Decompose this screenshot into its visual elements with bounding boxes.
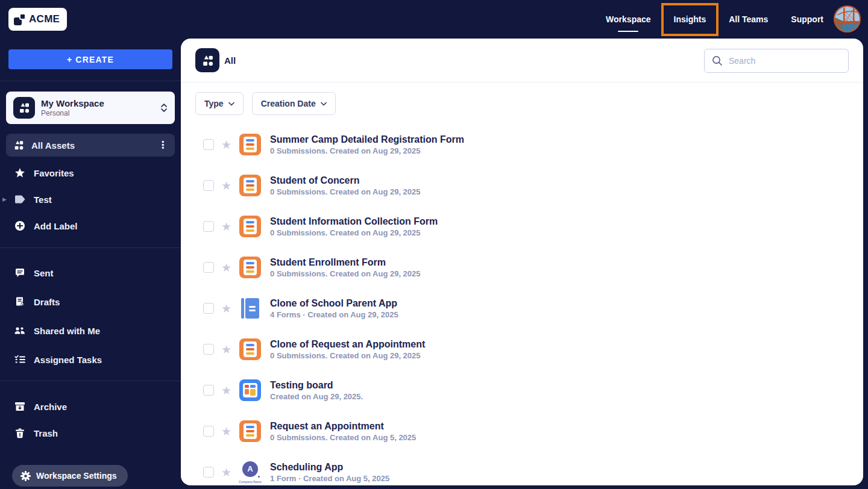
app-icon [239,296,261,320]
nav-insights[interactable]: Insights [674,14,706,24]
acme-logo-icon [14,13,26,25]
asset-title[interactable]: Scheduling App [270,461,389,473]
plus-circle-icon [13,220,27,231]
tasks-checklist-icon [13,355,27,364]
table-row[interactable]: ★ Request an Appointment 0 Submissions. … [181,411,863,452]
form-icon [239,173,261,198]
favorite-star-icon[interactable]: ★ [221,221,231,232]
favorite-star-icon[interactable]: ★ [221,344,231,355]
sidebar-item-trash[interactable]: Trash [6,422,175,444]
table-row[interactable]: ★ Student Information Collection Form 0 … [181,206,863,247]
chevron-down-icon [228,102,234,106]
all-assets-header-icon [195,48,219,72]
label-tag-icon [13,195,27,204]
chevron-updown-icon[interactable] [160,103,168,113]
sidebar-item-assigned-tasks[interactable]: Assigned Tasks [6,348,175,371]
nav-workspace[interactable]: Workspace [606,14,650,24]
asset-subtitle: 4 Forms · Created on Aug 29, 2025 [270,310,398,320]
asset-title[interactable]: Request an Appointment [270,420,416,432]
asset-title[interactable]: Student of Concern [270,174,421,187]
form-icon [239,255,261,279]
table-row[interactable]: ★ Testing board Created on Aug 29, 2025. [181,370,863,411]
expand-arrow-icon[interactable]: ▶ [2,196,7,202]
search-box[interactable] [704,49,849,73]
acme-logo-text: ACME [29,13,60,25]
top-navigation: Workspace Insights All Teams Support [606,0,823,39]
row-checkbox[interactable] [203,303,214,314]
workspace-title: My Workspace [41,98,160,109]
asset-title[interactable]: Clone of Request an Appointment [270,338,425,350]
filter-bar: Type Creation Date [195,92,336,115]
archive-icon [13,402,27,411]
asset-title[interactable]: Clone of School Parent App [270,297,398,310]
workspace-selector[interactable]: My Workspace Personal [6,92,175,124]
search-input[interactable] [729,56,841,66]
favorite-star-icon[interactable]: ★ [221,467,231,478]
row-checkbox[interactable] [203,139,214,150]
asset-title[interactable]: Student Enrollment Form [270,256,421,269]
row-checkbox[interactable] [203,344,214,355]
sidebar-item-drafts[interactable]: Drafts [6,290,175,313]
sidebar-item-add-label[interactable]: Add Label [6,214,175,237]
favorite-star-icon[interactable]: ★ [221,385,231,396]
top-bar: ACME Workspace Insights All Teams Suppor… [0,0,868,39]
sidebar-item-sent[interactable]: Sent [6,261,175,284]
asset-subtitle: 0 Submissions. Created on Aug 29, 2025 [270,187,421,197]
row-checkbox[interactable] [203,262,214,273]
asset-subtitle: 0 Submissions. Created on Aug 29, 2025 [270,350,425,361]
divider [0,248,181,248]
favorite-star-icon[interactable]: ★ [221,303,231,314]
sent-icon [13,267,27,278]
star-icon [13,167,27,178]
company-logo-icon: A Company Name [239,460,261,484]
table-row[interactable]: ★ Clone of Request an Appointment 0 Subm… [181,329,863,370]
favorite-star-icon[interactable]: ★ [221,180,231,192]
workspace-subtitle: Personal [41,109,160,117]
asset-title[interactable]: Summer Camp Detailed Registration Form [270,133,464,146]
table-row[interactable]: ★ Student Enrollment Form 0 Submissions.… [181,247,863,288]
kebab-menu-icon[interactable]: ⋮ [158,140,168,150]
row-checkbox[interactable] [203,221,214,232]
row-checkbox[interactable] [203,385,214,396]
workspace-icon [13,97,35,119]
creation-date-filter-button[interactable]: Creation Date [252,92,336,115]
nav-all-teams[interactable]: All Teams [729,14,768,24]
table-row[interactable]: ★ Student of Concern 0 Submissions. Crea… [181,165,863,206]
row-checkbox[interactable] [203,180,214,191]
type-filter-button[interactable]: Type [195,92,244,115]
drafts-icon [13,296,27,307]
table-row[interactable]: ★ Summer Camp Detailed Registration Form… [181,124,863,165]
asset-title[interactable]: Testing board [270,379,363,391]
user-avatar[interactable] [834,5,861,33]
trash-icon [13,428,27,438]
row-checkbox[interactable] [203,467,214,478]
favorite-star-icon[interactable]: ★ [221,426,231,437]
favorite-star-icon[interactable]: ★ [221,139,231,151]
table-row[interactable]: ★ A Company Name Scheduling App 1 Form ·… [181,452,863,485]
panel-header: All [181,39,863,83]
create-button[interactable]: + CREATE [8,49,172,69]
acme-logo[interactable]: ACME [8,8,67,31]
favorite-star-icon[interactable]: ★ [221,262,231,273]
all-assets-icon [13,140,24,151]
form-icon [239,419,261,443]
chevron-down-icon [321,102,327,106]
workspace-settings-label: Workspace Settings [36,471,117,481]
page-title: All [224,55,236,66]
sidebar-item-test-label[interactable]: ▶ Test [6,188,175,211]
asset-subtitle: 0 Submissions. Created on Aug 29, 2025 [270,146,464,156]
form-icon [239,132,261,157]
asset-title[interactable]: Student Information Collection Form [270,215,438,228]
asset-subtitle: Created on Aug 29, 2025. [270,391,363,402]
workspace-settings-button[interactable]: Workspace Settings [12,465,128,487]
table-row[interactable]: ★ Clone of School Parent App 4 Forms · C… [181,288,863,329]
row-checkbox[interactable] [203,426,214,437]
gear-icon [20,471,31,481]
shared-users-icon [13,326,27,335]
sidebar-item-favorites[interactable]: Favorites [6,161,175,184]
nav-support[interactable]: Support [791,14,823,24]
sidebar-item-shared-with-me[interactable]: Shared with Me [6,319,175,342]
asset-subtitle: 0 Submissions. Created on Aug 5, 2025 [270,432,416,443]
sidebar-item-all-assets[interactable]: All Assets ⋮ [6,134,175,157]
sidebar-item-archive[interactable]: Archive [6,395,175,418]
